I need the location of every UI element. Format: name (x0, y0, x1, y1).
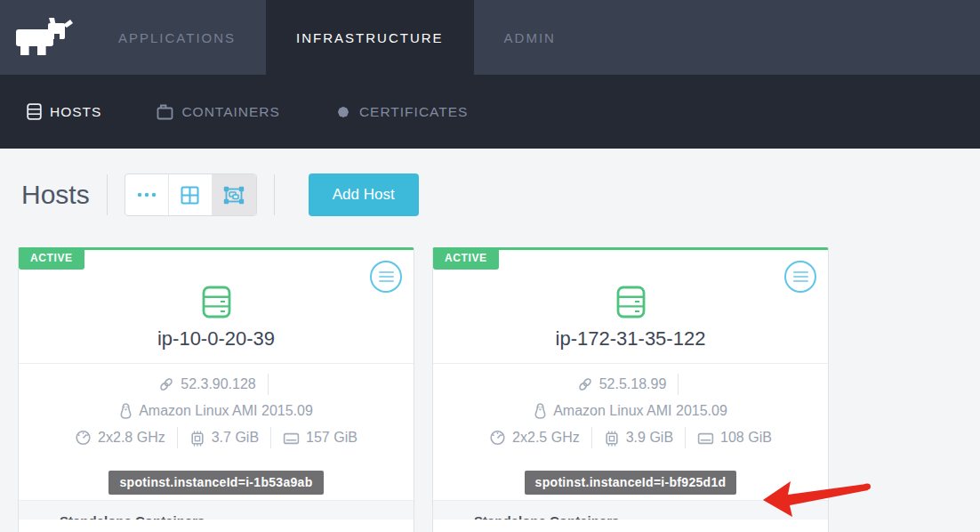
subnav-item-certificates[interactable]: CERTIFICATES (335, 104, 469, 120)
subnav-label: CONTAINERS (181, 104, 279, 120)
host-server-icon (202, 286, 231, 318)
disk-icon (697, 431, 714, 446)
specs-row: 2x2.5 GHz 3.9 GiB (433, 424, 828, 451)
ip-row: 52.3.90.128 (19, 371, 414, 398)
specs-row: 2x2.8 GHz 3.7 GiB (19, 424, 414, 451)
linux-penguin-icon (119, 403, 133, 419)
tab-label: APPLICATIONS (118, 30, 236, 45)
gauge-icon (75, 430, 92, 446)
group-view-button[interactable] (213, 174, 256, 215)
footer-clipped-text: Standalone Containers (60, 513, 205, 520)
infrastructure-subnav: HOSTS CONTAINERS CERTIFICATES (0, 75, 980, 149)
host-cpu: 2x2.8 GHz (98, 430, 165, 446)
labels-row: spotinst.instanceId=i-1b53a9ab (19, 474, 414, 490)
view-mode-group (125, 173, 257, 216)
host-server-icon (616, 286, 646, 318)
divider (270, 427, 271, 448)
card-body: 52.5.18.99 Amazon Linux AMI 2015.09 (433, 364, 828, 490)
divider (591, 427, 592, 448)
host-ip: 52.3.90.128 (181, 376, 256, 392)
memory-chip-icon (189, 430, 205, 447)
os-row: Amazon Linux AMI 2015.09 (433, 398, 828, 424)
page-header: Hosts (21, 173, 962, 216)
divider (274, 174, 275, 215)
host-disk: 157 GiB (306, 430, 357, 446)
subnav-item-containers[interactable]: CONTAINERS (157, 104, 279, 120)
tab-label: INFRASTRUCTURE (296, 30, 444, 45)
host-label-badge: spotinst.instanceId=i-1b53a9ab (108, 471, 323, 495)
status-badge: ACTIVE (19, 247, 84, 270)
ip-row: 52.5.18.99 (433, 371, 828, 398)
divider (107, 174, 108, 215)
gauge-icon (489, 430, 506, 446)
host-card: ACTIVE ip-10-0-20-39 (18, 247, 414, 532)
page-title: Hosts (21, 180, 90, 210)
host-ip: 52.5.18.99 (599, 376, 667, 392)
cow-icon (14, 17, 75, 58)
subnav-label: CERTIFICATES (359, 104, 469, 120)
group-select-icon (223, 186, 245, 205)
grid-icon (181, 186, 199, 205)
box-icon (157, 104, 173, 120)
host-menu-button[interactable] (370, 261, 402, 293)
link-icon (158, 376, 174, 392)
tab-applications[interactable]: APPLICATIONS (88, 0, 266, 75)
footer-clipped-text: Standalone Containers (474, 513, 619, 520)
subnav-label: HOSTS (50, 104, 101, 120)
top-navbar: APPLICATIONS INFRASTRUCTURE ADMIN (0, 0, 980, 75)
status-badge: ACTIVE (433, 247, 499, 270)
host-memory: 3.9 GiB (626, 430, 673, 446)
host-name[interactable]: ip-172-31-35-122 (433, 327, 828, 351)
grid-view-button[interactable] (169, 174, 213, 215)
server-icon (27, 103, 42, 120)
host-menu-button[interactable] (784, 261, 816, 293)
host-os: Amazon Linux AMI 2015.09 (139, 403, 313, 419)
host-os: Amazon Linux AMI 2015.09 (553, 403, 727, 419)
add-host-button[interactable]: Add Host (309, 173, 419, 216)
divider (177, 427, 178, 448)
host-memory: 3.7 GiB (212, 430, 259, 446)
top-tabs: APPLICATIONS INFRASTRUCTURE ADMIN (88, 0, 586, 75)
tab-admin[interactable]: ADMIN (474, 0, 586, 75)
memory-chip-icon (604, 430, 620, 447)
link-icon (577, 376, 593, 392)
os-row: Amazon Linux AMI 2015.09 (19, 398, 414, 424)
card-body: 52.3.90.128 Amazon Linux AMI 2015.09 (19, 364, 414, 490)
divider (268, 374, 269, 395)
list-view-button[interactable] (125, 174, 169, 215)
host-label-badge: spotinst.instanceId=i-bf925d1d (525, 471, 737, 495)
annotation-arrow-icon (751, 473, 876, 520)
subnav-item-hosts[interactable]: HOSTS (27, 103, 101, 120)
seal-icon (335, 104, 351, 120)
linux-penguin-icon (534, 403, 547, 419)
rancher-logo[interactable] (0, 0, 88, 75)
host-name[interactable]: ip-10-0-20-39 (19, 327, 414, 351)
disk-icon (283, 431, 300, 446)
rancher-app: APPLICATIONS INFRASTRUCTURE ADMIN HOSTS (0, 0, 980, 532)
ellipsis-icon (137, 192, 157, 197)
tab-label: ADMIN (504, 30, 556, 45)
tab-infrastructure[interactable]: INFRASTRUCTURE (266, 0, 474, 75)
host-disk: 108 GiB (720, 430, 772, 446)
host-cpu: 2x2.5 GHz (512, 430, 580, 446)
divider (685, 427, 686, 448)
divider (678, 374, 679, 395)
card-footer: Standalone Containers (19, 500, 414, 520)
